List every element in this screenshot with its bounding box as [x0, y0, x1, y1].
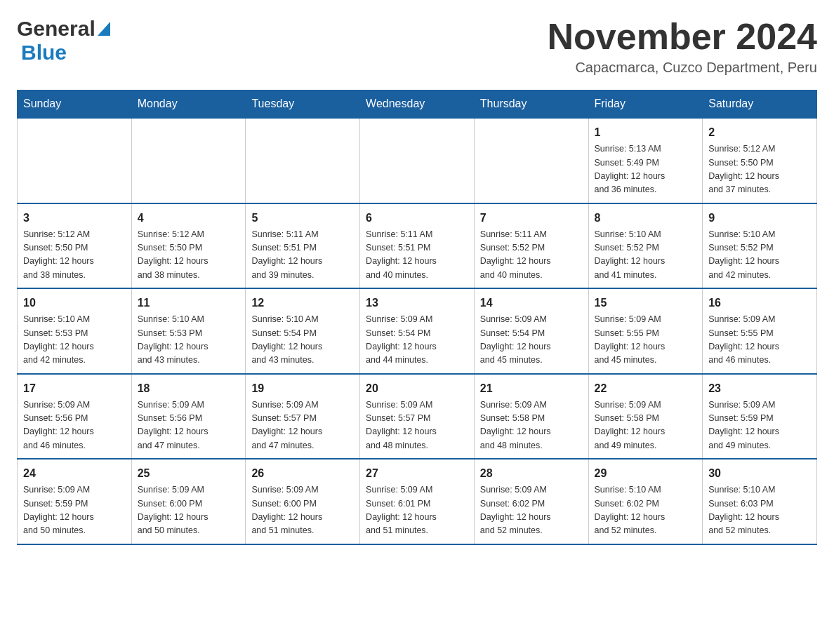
calendar-cell: 11Sunrise: 5:10 AMSunset: 5:53 PMDayligh… [131, 288, 246, 374]
day-number: 14 [480, 295, 583, 311]
day-number: 15 [595, 295, 697, 311]
calendar-cell: 5Sunrise: 5:11 AMSunset: 5:51 PMDaylight… [246, 203, 360, 289]
day-info: Sunrise: 5:13 AMSunset: 5:49 PMDaylight:… [595, 142, 697, 197]
day-number: 24 [23, 465, 126, 482]
day-number: 4 [138, 210, 240, 227]
day-number: 26 [251, 465, 354, 482]
day-info: Sunrise: 5:09 AMSunset: 5:58 PMDaylight:… [595, 398, 697, 453]
calendar-cell: 16Sunrise: 5:09 AMSunset: 5:55 PMDayligh… [703, 288, 817, 374]
day-number: 29 [595, 465, 697, 482]
calendar-cell: 25Sunrise: 5:09 AMSunset: 6:00 PMDayligh… [131, 459, 246, 544]
day-number: 12 [251, 295, 354, 311]
day-number: 21 [480, 380, 583, 397]
day-info: Sunrise: 5:09 AMSunset: 5:58 PMDaylight:… [480, 398, 583, 453]
day-info: Sunrise: 5:10 AMSunset: 5:53 PMDaylight:… [23, 313, 126, 368]
title-block: November 2024 Capacmarca, Cuzco Departme… [548, 17, 817, 76]
day-info: Sunrise: 5:12 AMSunset: 5:50 PMDaylight:… [138, 228, 240, 283]
logo: General Blue [17, 17, 110, 65]
calendar-cell: 6Sunrise: 5:11 AMSunset: 5:51 PMDaylight… [360, 203, 475, 289]
calendar-cell: 18Sunrise: 5:09 AMSunset: 5:56 PMDayligh… [131, 374, 246, 459]
day-header-wednesday: Wednesday [360, 90, 475, 119]
day-info: Sunrise: 5:12 AMSunset: 5:50 PMDaylight:… [708, 142, 811, 197]
day-info: Sunrise: 5:09 AMSunset: 5:55 PMDaylight:… [708, 313, 811, 368]
day-info: Sunrise: 5:09 AMSunset: 5:56 PMDaylight:… [23, 398, 126, 453]
day-number: 1 [595, 124, 697, 141]
day-info: Sunrise: 5:09 AMSunset: 6:00 PMDaylight:… [138, 483, 240, 538]
calendar-cell: 28Sunrise: 5:09 AMSunset: 6:02 PMDayligh… [474, 459, 588, 544]
logo-blue-text: Blue [21, 41, 67, 64]
day-number: 25 [138, 465, 240, 482]
calendar-cell: 14Sunrise: 5:09 AMSunset: 5:54 PMDayligh… [474, 288, 588, 374]
calendar-cell: 3Sunrise: 5:12 AMSunset: 5:50 PMDaylight… [18, 203, 132, 289]
day-number: 16 [708, 295, 811, 311]
calendar-cell: 26Sunrise: 5:09 AMSunset: 6:00 PMDayligh… [246, 459, 360, 544]
calendar-week-row: 17Sunrise: 5:09 AMSunset: 5:56 PMDayligh… [18, 374, 817, 459]
calendar-week-row: 24Sunrise: 5:09 AMSunset: 5:59 PMDayligh… [18, 459, 817, 544]
day-number: 3 [23, 210, 126, 227]
calendar-table: SundayMondayTuesdayWednesdayThursdayFrid… [17, 90, 817, 545]
calendar-cell: 22Sunrise: 5:09 AMSunset: 5:58 PMDayligh… [588, 374, 703, 459]
day-info: Sunrise: 5:09 AMSunset: 5:55 PMDaylight:… [595, 313, 697, 368]
day-number: 22 [595, 380, 697, 397]
calendar-cell: 9Sunrise: 5:10 AMSunset: 5:52 PMDaylight… [703, 203, 817, 289]
day-number: 28 [480, 465, 583, 482]
calendar-cell: 12Sunrise: 5:10 AMSunset: 5:54 PMDayligh… [246, 288, 360, 374]
day-info: Sunrise: 5:10 AMSunset: 5:53 PMDaylight:… [138, 313, 240, 368]
day-info: Sunrise: 5:10 AMSunset: 5:52 PMDaylight:… [595, 228, 697, 283]
day-number: 2 [708, 124, 811, 141]
calendar-cell: 21Sunrise: 5:09 AMSunset: 5:58 PMDayligh… [474, 374, 588, 459]
calendar-cell: 27Sunrise: 5:09 AMSunset: 6:01 PMDayligh… [360, 459, 475, 544]
day-number: 5 [251, 210, 354, 227]
day-info: Sunrise: 5:09 AMSunset: 6:01 PMDaylight:… [366, 483, 468, 538]
day-number: 13 [366, 295, 468, 311]
day-number: 18 [138, 380, 240, 397]
day-number: 20 [366, 380, 468, 397]
day-info: Sunrise: 5:09 AMSunset: 5:56 PMDaylight:… [138, 398, 240, 453]
main-title: November 2024 [548, 17, 817, 57]
day-info: Sunrise: 5:09 AMSunset: 6:00 PMDaylight:… [251, 483, 354, 538]
day-number: 6 [366, 210, 468, 227]
day-info: Sunrise: 5:10 AMSunset: 5:52 PMDaylight:… [708, 228, 811, 283]
day-info: Sunrise: 5:09 AMSunset: 5:57 PMDaylight:… [366, 398, 468, 453]
svg-marker-0 [98, 22, 110, 36]
calendar-cell: 29Sunrise: 5:10 AMSunset: 6:02 PMDayligh… [588, 459, 703, 544]
day-header-friday: Friday [588, 90, 703, 119]
day-header-tuesday: Tuesday [246, 90, 360, 119]
calendar-cell: 10Sunrise: 5:10 AMSunset: 5:53 PMDayligh… [18, 288, 132, 374]
calendar-week-row: 10Sunrise: 5:10 AMSunset: 5:53 PMDayligh… [18, 288, 817, 374]
day-info: Sunrise: 5:11 AMSunset: 5:51 PMDaylight:… [251, 228, 354, 283]
calendar-cell [360, 118, 475, 203]
calendar-week-row: 3Sunrise: 5:12 AMSunset: 5:50 PMDaylight… [18, 203, 817, 289]
day-info: Sunrise: 5:09 AMSunset: 6:02 PMDaylight:… [480, 483, 583, 538]
day-header-thursday: Thursday [474, 90, 588, 119]
calendar-cell: 17Sunrise: 5:09 AMSunset: 5:56 PMDayligh… [18, 374, 132, 459]
logo-triangle-icon [98, 22, 110, 39]
calendar-cell [18, 118, 132, 203]
day-info: Sunrise: 5:12 AMSunset: 5:50 PMDaylight:… [23, 228, 126, 283]
calendar-header-row: SundayMondayTuesdayWednesdayThursdayFrid… [18, 90, 817, 119]
day-number: 11 [138, 295, 240, 311]
calendar-cell: 13Sunrise: 5:09 AMSunset: 5:54 PMDayligh… [360, 288, 475, 374]
calendar-cell [246, 118, 360, 203]
calendar-cell: 1Sunrise: 5:13 AMSunset: 5:49 PMDaylight… [588, 118, 703, 203]
day-number: 10 [23, 295, 126, 311]
page-header: General Blue November 2024 Capacmarca, C… [17, 17, 817, 76]
calendar-cell: 4Sunrise: 5:12 AMSunset: 5:50 PMDaylight… [131, 203, 246, 289]
calendar-cell [474, 118, 588, 203]
subtitle: Capacmarca, Cuzco Department, Peru [548, 60, 817, 76]
day-number: 17 [23, 380, 126, 397]
day-header-sunday: Sunday [18, 90, 132, 119]
day-number: 19 [251, 380, 354, 397]
day-number: 30 [708, 465, 811, 482]
day-info: Sunrise: 5:09 AMSunset: 5:54 PMDaylight:… [480, 313, 583, 368]
day-header-saturday: Saturday [703, 90, 817, 119]
calendar-cell: 30Sunrise: 5:10 AMSunset: 6:03 PMDayligh… [703, 459, 817, 544]
calendar-cell: 19Sunrise: 5:09 AMSunset: 5:57 PMDayligh… [246, 374, 360, 459]
day-number: 8 [595, 210, 697, 227]
day-info: Sunrise: 5:09 AMSunset: 5:54 PMDaylight:… [366, 313, 468, 368]
calendar-cell: 7Sunrise: 5:11 AMSunset: 5:52 PMDaylight… [474, 203, 588, 289]
day-info: Sunrise: 5:11 AMSunset: 5:51 PMDaylight:… [366, 228, 468, 283]
calendar-cell: 20Sunrise: 5:09 AMSunset: 5:57 PMDayligh… [360, 374, 475, 459]
calendar-week-row: 1Sunrise: 5:13 AMSunset: 5:49 PMDaylight… [18, 118, 817, 203]
day-info: Sunrise: 5:10 AMSunset: 6:02 PMDaylight:… [595, 483, 697, 538]
